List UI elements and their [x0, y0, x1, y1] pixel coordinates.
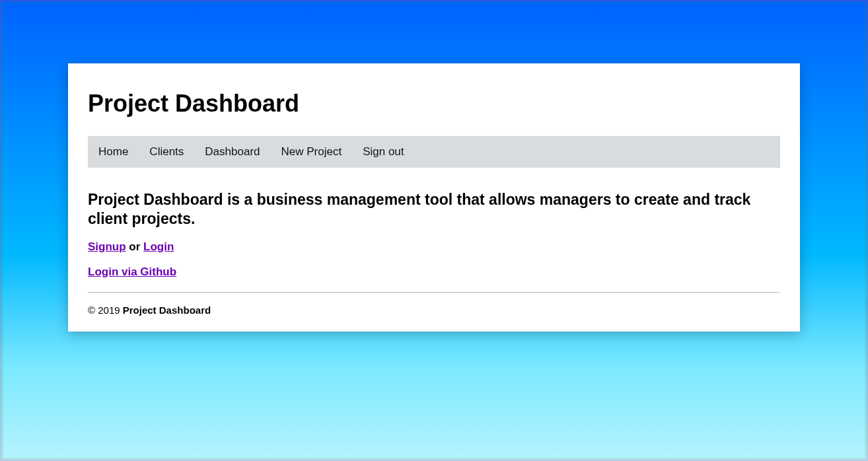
page-title: Project Dashboard: [88, 90, 780, 118]
nav-home[interactable]: Home: [88, 136, 139, 168]
main-card: Project Dashboard Home Clients Dashboard…: [68, 63, 800, 332]
nav-clients[interactable]: Clients: [139, 136, 194, 168]
login-github-link[interactable]: Login via Github: [88, 266, 176, 278]
github-line: Login via Github: [88, 266, 780, 279]
nav-sign-out[interactable]: Sign out: [352, 136, 414, 168]
main-nav: Home Clients Dashboard New Project Sign …: [88, 136, 780, 168]
login-link[interactable]: Login: [143, 240, 174, 253]
footer-brand: Project Dashboard: [123, 304, 211, 316]
divider: [88, 292, 780, 293]
or-text: or: [126, 240, 143, 253]
auth-line: Signup or Login: [88, 240, 780, 254]
signup-link[interactable]: Signup: [88, 240, 126, 253]
nav-new-project[interactable]: New Project: [271, 136, 353, 168]
copyright-prefix: © 2019: [88, 304, 123, 316]
lead-text: Project Dashboard is a business manageme…: [88, 190, 780, 229]
nav-dashboard[interactable]: Dashboard: [194, 136, 270, 168]
footer: © 2019 Project Dashboard: [88, 304, 780, 316]
